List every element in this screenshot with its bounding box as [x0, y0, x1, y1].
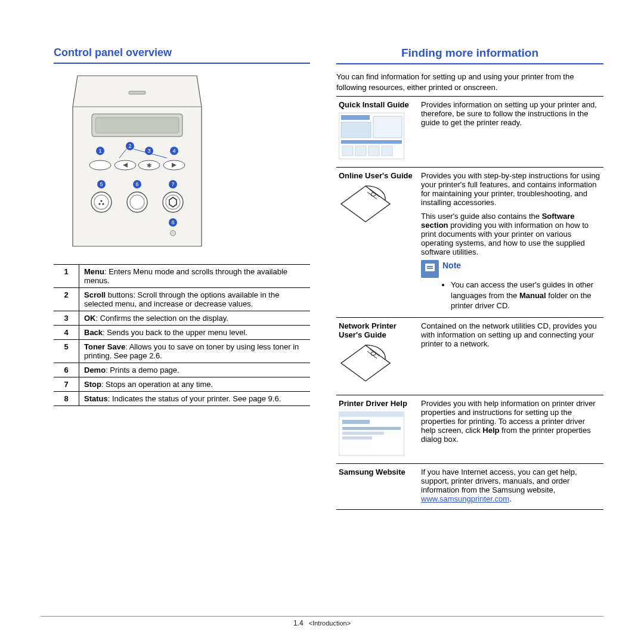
- svg-rect-1: [129, 91, 145, 94]
- right-heading: Finding more information: [336, 47, 603, 60]
- svg-rect-61: [342, 432, 384, 435]
- thumb-qig: [339, 113, 416, 161]
- def-num: 5: [54, 340, 79, 363]
- resource-desc: Provides you with help information on pr…: [419, 395, 603, 463]
- def-text: Status: Indicates the status of your pri…: [79, 392, 311, 406]
- svg-marker-53: [341, 345, 390, 381]
- svg-rect-46: [355, 146, 366, 156]
- svg-rect-44: [341, 140, 402, 144]
- note-icon: [421, 260, 439, 278]
- resource-title: Samsung Website: [336, 463, 419, 509]
- svg-point-22: [94, 195, 109, 209]
- svg-point-27: [98, 203, 100, 205]
- thumb-cd: [339, 343, 416, 389]
- resource-desc: Contained on the network utilities CD, p…: [419, 317, 603, 395]
- svg-rect-45: [342, 146, 353, 156]
- svg-rect-59: [342, 420, 370, 424]
- svg-text:5: 5: [100, 181, 103, 187]
- note-body: NoteYou can access the user's guides in …: [442, 260, 601, 311]
- definitions-table: 1Menu: Enters Menu mode and scrolls thro…: [54, 264, 310, 406]
- svg-rect-48: [382, 146, 392, 156]
- resource-desc: Provides you with step-by-step instructi…: [419, 168, 603, 318]
- def-num: 7: [54, 377, 79, 392]
- page-number: 1.4: [293, 619, 304, 627]
- svg-point-54: [371, 352, 376, 355]
- svg-text:7: 7: [171, 181, 174, 187]
- svg-rect-42: [341, 122, 371, 138]
- def-num: 6: [54, 363, 79, 377]
- def-text: Demo: Prints a demo page.: [79, 363, 311, 377]
- thumb-dlg: [339, 411, 416, 457]
- right-rule: [336, 63, 603, 64]
- svg-rect-62: [342, 436, 372, 439]
- svg-rect-41: [341, 115, 370, 120]
- def-text: Toner Save: Allows you to save on toner …: [79, 340, 311, 363]
- left-heading: Control panel overview: [54, 47, 310, 59]
- svg-text:✱: ✱: [147, 162, 151, 169]
- page-footer: 1.4 <Introduction>: [41, 616, 603, 627]
- resources-table: Quick Install GuideProvides information …: [336, 96, 603, 510]
- resource-title: Online User's Guide: [336, 168, 419, 318]
- control-panel-svg: ✱ 1 2 3 4: [72, 75, 203, 249]
- def-text: Menu: Enters Menu mode and scrolls throu…: [79, 265, 311, 288]
- def-num: 4: [54, 326, 79, 340]
- svg-point-37: [171, 231, 176, 236]
- def-text: Stop: Stops an operation at any time.: [79, 377, 311, 392]
- samsung-link[interactable]: www.samsungprinter.com: [421, 494, 509, 503]
- resource-title: Printer Driver Help: [336, 395, 419, 463]
- def-num: 8: [54, 392, 79, 406]
- right-intro: You can find information for setting up …: [336, 72, 603, 92]
- svg-rect-60: [342, 427, 401, 430]
- svg-point-29: [100, 200, 102, 202]
- svg-point-28: [102, 203, 104, 205]
- svg-rect-43: [373, 116, 402, 138]
- svg-rect-3: [95, 117, 179, 133]
- svg-point-4: [89, 160, 111, 170]
- thumb-cd: [339, 184, 416, 230]
- def-num: 1: [54, 265, 79, 288]
- svg-rect-58: [339, 411, 404, 417]
- svg-point-24: [130, 195, 144, 209]
- svg-rect-47: [369, 146, 379, 156]
- svg-text:2: 2: [128, 143, 131, 149]
- left-rule: [54, 63, 310, 64]
- svg-text:1: 1: [98, 148, 101, 154]
- chapter-label: <Introduction>: [309, 620, 351, 627]
- def-num: 3: [54, 311, 79, 326]
- svg-text:6: 6: [135, 181, 138, 187]
- control-panel-figure: ✱ 1 2 3 4: [72, 75, 310, 249]
- def-text: Scroll buttons: Scroll through the optio…: [79, 288, 311, 311]
- svg-marker-49: [341, 186, 390, 222]
- def-text: Back: Sends you back to the upper menu l…: [79, 326, 311, 340]
- resource-title: Quick Install Guide: [336, 97, 419, 168]
- svg-text:4: 4: [172, 148, 175, 154]
- resource-title: Network Printer User's Guide: [336, 317, 419, 395]
- svg-point-50: [371, 193, 376, 196]
- def-num: 2: [54, 288, 79, 311]
- resource-desc: Provides information on setting up your …: [419, 97, 603, 168]
- resource-desc: If you have Internet access, you can get…: [419, 463, 603, 509]
- def-text: OK: Confirms the selection on the displa…: [79, 311, 311, 326]
- svg-text:8: 8: [171, 219, 174, 225]
